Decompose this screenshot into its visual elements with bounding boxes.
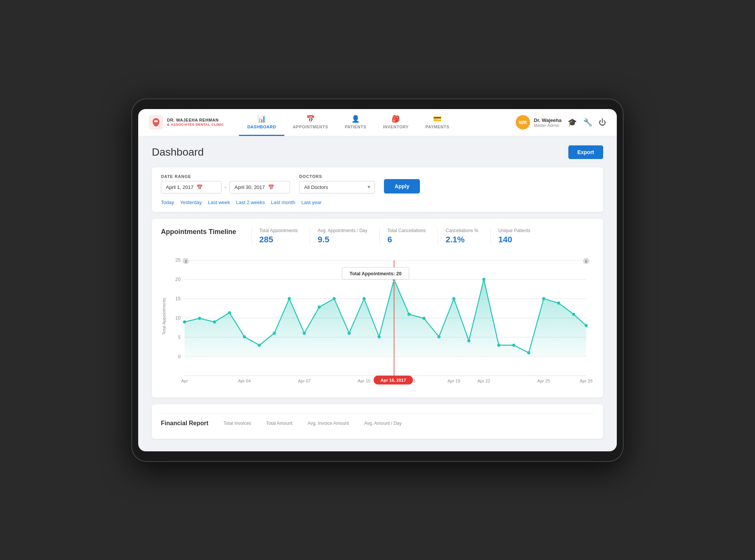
nav-payments-label: PAYMENTS [425,125,449,129]
stat-value-unique: 140 [498,235,530,245]
date-from-input[interactable]: April 1, 2017 📅 [161,181,222,193]
date-to-input[interactable]: April 30, 2017 📅 [229,181,290,193]
quick-link-last-week[interactable]: Last week [208,200,230,205]
data-point [362,297,365,300]
svg-text:Apr 04: Apr 04 [238,379,251,383]
financial-row: Financial Report Total Invoices Total Am… [161,413,594,430]
chart-header: Appointments Timeline Total Appointments… [161,228,594,245]
calendar-from-icon: 📅 [197,184,203,190]
data-point [497,343,500,346]
financial-stat-invoices: Total Invoices [223,421,251,426]
doctors-select[interactable]: All Doctors [299,181,375,193]
nav-patients[interactable]: 👤 PATIENTS [337,109,375,136]
user-name: Dr. Wajeeha [534,117,562,123]
logo-icon [149,115,163,129]
data-point [572,312,575,315]
nav-patients-label: PATIENTS [345,125,367,129]
data-point [318,305,321,308]
doctors-select-wrapper: All Doctors ▼ [299,181,375,193]
data-point [183,320,186,323]
calendar-to-icon: 📅 [268,184,274,190]
data-point [273,331,276,334]
header: DR. WAJEEHA REHMAN & ASSOCIATES DENTAL C… [138,109,617,136]
appointments-icon: 📅 [306,115,315,123]
apply-button[interactable]: Apply [384,179,420,193]
chart-area: 25 20 15 10 5 0 Total Appointments [161,252,594,388]
appointments-chart-card: Appointments Timeline Total Appointments… [152,219,603,398]
data-point [243,335,246,338]
svg-text:⏸: ⏸ [584,259,588,263]
nav-appointments[interactable]: 📅 APPOINTMENTS [284,109,336,136]
financial-title: Financial Report [161,420,208,427]
nav-payments[interactable]: 💳 PAYMENTS [417,109,457,136]
data-point [482,278,485,281]
main-content: Dashboard Export DATE RANGE April 1, 201… [138,136,617,451]
data-point [437,335,440,338]
data-point [452,297,455,300]
inventory-icon: 🎒 [392,115,400,123]
stat-cancel-pct: Cancellations % 2.1% [438,228,478,245]
user-role: Master Admin [534,123,562,128]
payments-icon: 💳 [433,115,442,123]
quick-link-last-month[interactable]: Last month [271,200,295,205]
data-point [378,335,381,338]
data-point [303,331,306,334]
dashboard-icon: 📊 [257,115,266,123]
svg-text:Apr: Apr [181,379,188,383]
main-nav: 📊 DASHBOARD 📅 APPOINTMENTS 👤 PATIENTS 🎒 … [239,109,516,136]
quick-link-yesterday[interactable]: Yesterday [180,200,202,205]
data-point [527,351,530,354]
appointments-chart-svg: 25 20 15 10 5 0 Total Appointments [161,252,594,388]
svg-text:15: 15 [175,296,181,301]
stat-avg-per-day: Avg. Appointments / Day 9.5 [310,228,367,245]
data-point [198,317,201,320]
logo-area: DR. WAJEEHA REHMAN & ASSOCIATES DENTAL C… [149,115,224,129]
app-subtitle: & ASSOCIATES DENTAL CLINIC [167,123,224,127]
quick-link-last-year[interactable]: Last year [301,200,321,205]
financial-stat-avg-invoice: Avg. Invoice Amount [307,421,349,426]
date-from-value: April 1, 2017 [166,184,193,190]
svg-text:10: 10 [175,315,181,320]
nav-appointments-label: APPOINTMENTS [293,125,328,129]
user-badge: WR Dr. Wajeeha Master Admin [516,115,562,129]
data-point [348,331,351,334]
stat-total-appointments: Total Appointments 285 [251,228,298,245]
quick-link-today[interactable]: Today [161,200,174,205]
nav-dashboard[interactable]: 📊 DASHBOARD [239,109,284,136]
tablet-screen: DR. WAJEEHA REHMAN & ASSOCIATES DENTAL C… [138,109,617,451]
power-icon[interactable]: ⏻ [599,118,606,127]
svg-text:⏸: ⏸ [184,259,188,263]
svg-text:Apr 07: Apr 07 [298,379,311,383]
quick-link-last-2-weeks[interactable]: Last 2 weeks [236,200,265,205]
data-point [213,320,216,323]
data-point [423,317,426,320]
nav-dashboard-label: DASHBOARD [247,125,276,129]
date-separator: - [225,184,226,190]
graduation-icon[interactable]: 🎓 [568,118,577,127]
active-date-label: Apr 16, 2017 [381,377,406,382]
header-right: WR Dr. Wajeeha Master Admin 🎓 🔧 ⏻ [516,115,606,129]
financial-stat-amount: Total Amount [266,421,292,426]
data-point [557,301,560,304]
data-point [512,343,515,346]
financial-card: Financial Report Total Invoices Total Am… [152,404,603,439]
user-info: Dr. Wajeeha Master Admin [534,117,562,128]
export-button[interactable]: Export [568,145,603,159]
stat-cancellations: Total Cancellations 6 [379,228,426,245]
doctors-label: DOCTORS [299,174,375,179]
svg-text:Apr 22: Apr 22 [477,379,490,383]
patients-icon: 👤 [351,115,360,123]
stat-value-cancel: 6 [387,235,426,245]
page-title: Dashboard [152,146,204,158]
tooltip-text: Total Appointments: 20 [349,271,401,276]
data-point [542,297,545,300]
svg-text:Apr 28: Apr 28 [580,379,593,383]
page-header: Dashboard Export [152,145,603,159]
nav-inventory[interactable]: 🎒 INVENTORY [374,109,417,136]
stat-label-avg: Avg. Appointments / Day [318,228,367,233]
date-inputs-row: April 1, 2017 📅 - April 30, 2017 📅 [161,181,290,193]
filters-wrapper: DATE RANGE April 1, 2017 📅 - April 30, 2… [152,167,603,212]
stats-row: Total Appointments 285 Avg. Appointments… [251,228,594,245]
settings-icon[interactable]: 🔧 [583,118,593,127]
chart-title: Appointments Timeline [161,228,236,236]
